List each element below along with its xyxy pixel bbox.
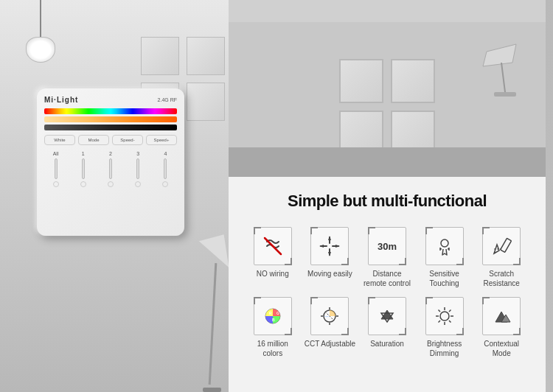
- slider-1: [55, 158, 58, 179]
- cct-label: CCT Adjustable: [305, 339, 355, 349]
- cct-icon: [318, 304, 341, 328]
- moving-label: Moving easily: [307, 269, 352, 279]
- feature-cct: CCT Adjustable: [305, 297, 356, 358]
- svg-line-1: [501, 63, 505, 92]
- features-section: Simple but multi-functional NO wiring: [229, 177, 546, 392]
- moving-icon: [318, 234, 341, 258]
- wall-panel-4: [187, 83, 225, 121]
- moving-icon-box: [310, 227, 349, 265]
- svg-rect-13: [501, 238, 512, 252]
- feature-moving: Moving easily: [305, 227, 356, 288]
- saturation-icon: [375, 304, 399, 328]
- colors-icon-box: R G B: [254, 297, 292, 335]
- svg-line-34: [449, 310, 451, 312]
- feature-contextual: Contextual Mode: [476, 297, 527, 358]
- floor-lamp-pole: [209, 263, 218, 385]
- svg-marker-7: [328, 252, 331, 256]
- zone-1-dot: [80, 181, 86, 187]
- zone-2: 2: [99, 151, 122, 187]
- rf-frequency: 2.4G RF: [158, 97, 177, 102]
- milight-controller: Mi·Light 2.4G RF White Mode Speed- Speed…: [37, 88, 184, 236]
- lamp-shade: [26, 37, 55, 63]
- white-button[interactable]: White: [44, 135, 75, 145]
- saturation-label: Saturation: [370, 339, 404, 349]
- color-bars: [44, 108, 177, 130]
- pendant-lamp: [29, 0, 52, 74]
- speed-down-button[interactable]: Speed-: [112, 135, 143, 145]
- zone-1: 1: [72, 151, 94, 187]
- no-wiring-icon: [261, 234, 285, 258]
- warm-color-bar: [44, 116, 177, 122]
- slider-2: [82, 158, 85, 179]
- section-title: Simple but multi-functional: [247, 192, 527, 211]
- zone-1-label: 1: [82, 151, 85, 156]
- svg-text:G: G: [276, 311, 279, 315]
- mode-button[interactable]: Mode: [78, 135, 109, 145]
- svg-point-12: [441, 239, 448, 247]
- zone-4-sliders: [164, 158, 167, 179]
- svg-rect-2: [494, 92, 516, 97]
- zone-4-dot: [162, 181, 168, 187]
- feature-no-wiring: NO wiring: [247, 227, 299, 288]
- svg-marker-0: [483, 44, 516, 66]
- zone-all-dot: [53, 181, 59, 187]
- scratch-resistance-icon: [490, 234, 513, 258]
- slider-5: [164, 158, 167, 179]
- zone-4-label: 4: [164, 151, 167, 156]
- control-buttons: White Mode Speed- Speed+: [44, 135, 177, 145]
- svg-marker-11: [335, 245, 340, 248]
- brightness-icon-box: [425, 297, 464, 335]
- room-image-area: [229, 0, 546, 177]
- contextual-label: Contextual Mode: [476, 339, 527, 358]
- svg-marker-25: [381, 310, 393, 319]
- contextual-icon-box: [482, 297, 521, 335]
- svg-line-33: [449, 321, 451, 323]
- distance-value: 30m: [378, 241, 397, 252]
- speed-up-button[interactable]: Speed+: [146, 135, 177, 145]
- zone-3-sliders: [136, 158, 139, 179]
- wall-panel-2: [187, 37, 225, 75]
- slider-3: [109, 158, 112, 179]
- wall-panel-1: [141, 37, 179, 75]
- svg-marker-5: [328, 236, 331, 240]
- room-desk-lamp: [479, 37, 524, 113]
- colors-icon: R G B: [261, 304, 285, 328]
- slider-4: [136, 158, 139, 179]
- zone-all-sliders: [55, 158, 58, 179]
- feature-saturation: Saturation: [361, 297, 413, 358]
- color-spectrum-bar: [44, 108, 177, 114]
- room-floor: [229, 147, 546, 177]
- feature-scratch: Scratch Resistance: [476, 227, 527, 288]
- zone-2-sliders: [109, 158, 112, 179]
- no-wiring-icon-box: [254, 227, 292, 265]
- zone-4: 4: [154, 151, 177, 187]
- zone-controls: All 1 2 3: [44, 151, 177, 187]
- saturation-icon-box: [368, 297, 406, 335]
- zone-2-label: 2: [109, 151, 112, 156]
- controller-header: Mi·Light 2.4G RF: [44, 96, 177, 104]
- distance-label: Distance remote control: [361, 269, 413, 288]
- colors-label: 16 million colors: [247, 339, 299, 358]
- features-grid: NO wiring Moving easily: [247, 227, 527, 358]
- zone-all-label: All: [53, 151, 59, 156]
- svg-line-35: [438, 321, 440, 323]
- svg-line-32: [438, 310, 440, 312]
- floor-lamp: [166, 230, 232, 392]
- lamp-cord: [40, 0, 41, 37]
- zone-2-dot: [108, 181, 114, 187]
- zone-3: 3: [127, 151, 150, 187]
- zone-1-sliders: [82, 158, 85, 179]
- milight-brand: Mi·Light: [44, 96, 78, 104]
- zone-3-label: 3: [136, 151, 139, 156]
- touch-icon-box: [425, 227, 464, 265]
- room-wall: [229, 22, 546, 147]
- distance-icon-box: 30m: [368, 227, 406, 265]
- left-room-scene: Mi·Light 2.4G RF White Mode Speed- Speed…: [0, 0, 236, 392]
- zone-3-dot: [135, 181, 141, 187]
- cct-icon-box: [310, 297, 349, 335]
- feature-colors: R G B 16 million colors: [247, 297, 299, 358]
- no-wiring-label: NO wiring: [257, 269, 289, 279]
- scratch-icon-box: [482, 227, 521, 265]
- svg-text:R: R: [269, 311, 272, 315]
- room-ceiling: [229, 0, 546, 22]
